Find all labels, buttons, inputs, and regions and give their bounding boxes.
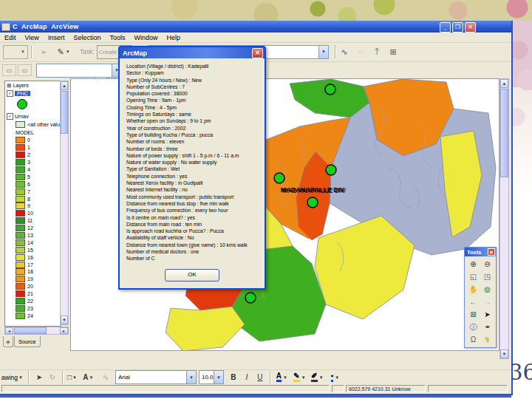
sketch-pencil-icon[interactable]: ✎ ▼ — [52, 44, 75, 59]
fill-color-button[interactable]: ▪▼ — [327, 372, 345, 383]
tools-close-icon[interactable]: ✕ — [488, 248, 495, 256]
legend-class-row[interactable]: 10 — [5, 210, 61, 217]
editor-dropdown[interactable]: ▼ — [3, 45, 28, 59]
toc-root[interactable]: ▦ Layers — [5, 81, 61, 89]
legend-class-row[interactable]: 7 — [5, 188, 61, 195]
legend-class-row[interactable]: 17 — [5, 261, 61, 268]
line-color-button[interactable]: ✐▼ — [310, 372, 327, 383]
combo-arrow-icon[interactable]: ▼ — [186, 371, 196, 383]
dialog-close-icon[interactable]: ✕ — [252, 48, 263, 58]
legend-class-row[interactable]: 6 — [5, 180, 61, 188]
restore-button[interactable]: ❐ — [452, 22, 463, 33]
window-titlebar[interactable]: C ArcMap ArcView — [0, 21, 511, 33]
menu-insert[interactable]: Insert — [44, 34, 69, 41]
halo-color-button[interactable]: ✎▼ — [292, 372, 310, 383]
map-region-yellow-bottom-left[interactable] — [166, 307, 245, 351]
toolbar-button[interactable]: ▭ — [2, 64, 16, 76]
legend-class-row[interactable]: 20 — [5, 283, 61, 290]
scroll-up-icon[interactable]: ▲ — [500, 79, 508, 88]
zoom-in-icon[interactable]: ⊕ — [466, 258, 480, 270]
legend-class-row[interactable]: 19 — [5, 276, 61, 283]
phc-point[interactable] — [326, 165, 336, 175]
ok-button[interactable]: OK — [165, 269, 219, 282]
legend-class-row[interactable]: 3 — [5, 159, 61, 166]
map-vertical-scrollbar[interactable]: ▲ ▼ — [499, 78, 509, 359]
legend-class-row[interactable]: 9 — [5, 202, 61, 210]
legend-class-row[interactable]: 16 — [5, 253, 61, 261]
legend-class-row[interactable]: 24 — [5, 312, 61, 319]
fixed-zoom-in-icon[interactable]: ◱ — [466, 270, 480, 283]
toc-layer-phc[interactable]: ✓ PHC — [5, 89, 61, 98]
legend-class-row[interactable]: 18 — [5, 268, 61, 276]
font-combo[interactable]: Arial ▼ — [115, 370, 197, 384]
tools-palette-titlebar[interactable]: Tools ✕ — [465, 248, 496, 256]
zoom-out-icon[interactable]: ⊖ — [480, 258, 494, 270]
curve-tool-icon[interactable]: ∿ — [99, 372, 112, 383]
measure-icon[interactable]: Ω — [466, 333, 480, 346]
arc-tool-icon[interactable]: ◌ — [352, 44, 369, 59]
legend-class-row[interactable]: 4 — [5, 166, 61, 174]
legend-class-row[interactable]: 2 — [5, 151, 61, 159]
toc-layer-urnav[interactable]: ✓ Urnav — [5, 112, 61, 120]
select-elements-icon[interactable]: ➤ — [480, 308, 494, 321]
identify-icon[interactable]: ⓘ — [466, 321, 480, 333]
phc-checkbox[interactable]: ✓ — [7, 90, 13, 97]
bold-button[interactable]: B — [227, 372, 240, 383]
phc-point[interactable] — [245, 293, 256, 303]
legend-class-row[interactable]: 11 — [5, 217, 61, 225]
pan-icon[interactable]: ✋ — [466, 283, 480, 296]
legend-class-row[interactable]: 21 — [5, 290, 61, 298]
select-features-icon[interactable]: ⊠ — [466, 308, 480, 321]
menu-help[interactable]: Help — [162, 34, 185, 41]
scroll-down-icon[interactable]: ▼ — [500, 349, 508, 358]
urnav-checkbox[interactable]: ✓ — [7, 113, 13, 120]
toc-hscroll-thumb[interactable] — [14, 327, 47, 334]
legend-class-row[interactable]: 1 — [5, 144, 61, 151]
legend-class-row[interactable]: 13 — [5, 232, 61, 239]
go-back-icon[interactable]: ← — [466, 296, 480, 308]
menu-tools[interactable]: Tools — [105, 34, 129, 41]
display-tab[interactable]: ◈ — [3, 336, 13, 347]
phc-point[interactable] — [307, 197, 318, 208]
phc-point[interactable] — [325, 84, 335, 95]
scroll-right-icon[interactable]: ► — [60, 327, 68, 334]
drawing-menu[interactable]: Drawing — [1, 374, 18, 381]
menu-window[interactable]: Window — [129, 34, 162, 41]
scroll-down-icon[interactable]: ▼ — [61, 316, 68, 324]
menu-selection[interactable]: Selection — [69, 34, 105, 41]
phc-point[interactable] — [274, 173, 284, 183]
font-color-button[interactable]: A▼ — [274, 372, 292, 383]
legend-class-row[interactable]: 22 — [5, 298, 61, 305]
font-size-combo[interactable]: 10.0 ▼ — [199, 370, 224, 384]
close-button[interactable]: ✕ — [465, 22, 476, 33]
attributes-icon[interactable]: ⊞ — [385, 44, 401, 59]
toc-tree[interactable]: ▦ Layers ✓ PHC ✓ Urnav — [4, 81, 61, 327]
menu-edit[interactable]: Edit — [0, 34, 21, 41]
menu-view[interactable]: View — [21, 34, 44, 41]
full-extent-icon[interactable]: ◍ — [480, 283, 494, 296]
scroll-up-icon[interactable]: ▲ — [61, 81, 68, 90]
edit-pointer-icon[interactable]: ➢ — [35, 44, 52, 59]
combo-arrow-icon[interactable]: ▼ — [214, 371, 223, 383]
text-tool-icon[interactable]: A▼ — [80, 372, 99, 383]
fixed-zoom-out-icon[interactable]: ◳ — [480, 270, 494, 283]
legend-class-row[interactable]: 23 — [5, 304, 61, 312]
scroll-left-icon[interactable]: ◄ — [5, 327, 13, 334]
source-tab[interactable]: Source — [14, 336, 41, 347]
toc-scroll-thumb[interactable] — [61, 91, 68, 134]
italic-button[interactable]: I — [240, 372, 253, 383]
all-other-values-row[interactable]: <all other valu — [5, 120, 61, 129]
select-elements-icon[interactable]: ➤ — [33, 372, 46, 383]
legend-class-row[interactable]: 5 — [5, 173, 61, 180]
rotate-icon[interactable]: ↻ — [46, 372, 59, 383]
minimize-button[interactable]: _ — [440, 22, 451, 33]
find-icon[interactable]: ⚭ — [480, 321, 494, 333]
layer-combo[interactable]: ▼ — [36, 64, 122, 78]
legend-class-row[interactable]: 14 — [5, 239, 61, 246]
sketch-tool-icon[interactable]: ∿ — [336, 44, 352, 59]
toc-horizontal-scrollbar[interactable]: ◄ ► — [4, 327, 69, 335]
go-forward-icon[interactable]: → — [480, 296, 494, 308]
legend-class-row[interactable]: 8 — [5, 195, 61, 202]
toc-vertical-scrollbar[interactable]: ▲ ▼ — [60, 81, 69, 325]
legend-class-row[interactable]: 12 — [5, 225, 61, 232]
